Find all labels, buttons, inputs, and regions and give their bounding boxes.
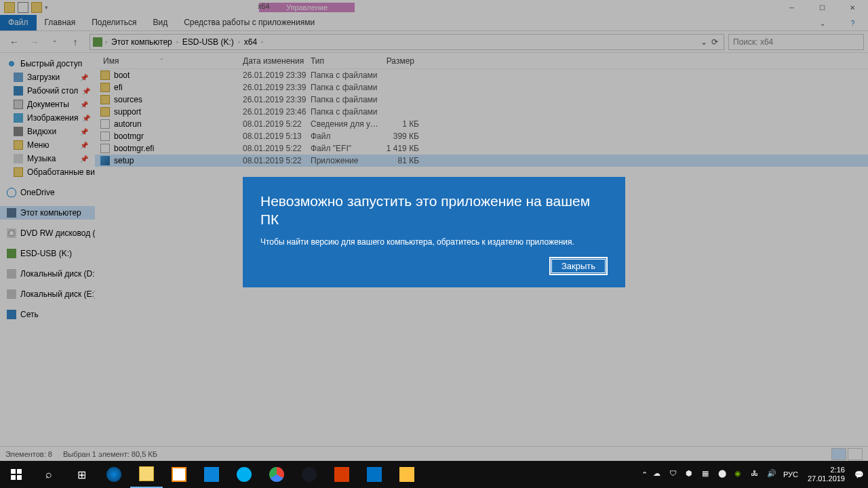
sidebar-onedrive[interactable]: OneDrive: [0, 186, 95, 199]
sidebar-desktop[interactable]: Рабочий стол📌: [0, 84, 95, 98]
qat-dropdown-icon[interactable]: ▾: [45, 4, 48, 11]
taskbar-chrome[interactable]: [260, 461, 293, 488]
chevron-right-icon[interactable]: ›: [176, 39, 178, 45]
language-indicator[interactable]: РУС: [783, 470, 798, 479]
maximize-button[interactable]: ☐: [807, 0, 837, 15]
details-view-button[interactable]: [831, 448, 846, 460]
file-row[interactable]: boot26.01.2019 23:39Папка с файлами: [95, 69, 868, 81]
ribbon-tab-view[interactable]: Вид: [144, 15, 176, 30]
taskbar-movies[interactable]: [326, 461, 358, 488]
new-folder-icon[interactable]: [31, 2, 42, 13]
chevron-right-icon[interactable]: ›: [238, 39, 240, 45]
taskbar-steam[interactable]: [293, 461, 326, 488]
security-tray-icon[interactable]: 🛡: [669, 469, 680, 480]
ribbon-tab-apptools[interactable]: Средства работы с приложениями: [176, 15, 323, 30]
network-tray-icon[interactable]: 🖧: [751, 469, 762, 480]
sidebar-item-label: OneDrive: [20, 188, 55, 197]
file-row[interactable]: setup08.01.2019 5:22Приложение81 КБ: [95, 155, 868, 167]
document-icon: [14, 100, 23, 109]
sidebar-music[interactable]: Музыка📌: [0, 152, 95, 165]
nvidia-tray-icon[interactable]: ◉: [734, 469, 745, 480]
file-list[interactable]: boot26.01.2019 23:39Папка с файламиefi26…: [95, 69, 868, 167]
ribbon-tab-home[interactable]: Главная: [37, 15, 84, 30]
file-row[interactable]: sources26.01.2019 23:39Папка с файлами: [95, 94, 868, 106]
sidebar-pictures[interactable]: Изображения📌: [0, 111, 95, 125]
icons-view-button[interactable]: [848, 448, 863, 460]
file-icon: [100, 119, 110, 129]
sidebar-item-label: Обработанные ви: [27, 167, 95, 177]
file-type: Сведения для уст...: [311, 119, 378, 129]
sidebar-disk-e[interactable]: Локальный диск (E:): [0, 287, 95, 301]
taskbar-edge[interactable]: [98, 461, 130, 488]
col-header-type[interactable]: Тип: [311, 56, 378, 66]
close-button[interactable]: ✕: [837, 0, 868, 15]
sidebar-downloads[interactable]: Загрузки📌: [0, 70, 95, 84]
taskbar-clock[interactable]: 2:16 27.01.2019: [804, 466, 849, 483]
pc-icon: [7, 208, 16, 218]
minimize-button[interactable]: ─: [776, 0, 807, 15]
taskbar-photos[interactable]: [195, 461, 228, 488]
taskbar-store[interactable]: [163, 461, 195, 488]
tray-icon[interactable]: ⬢: [686, 469, 696, 480]
sidebar-processed[interactable]: Обработанные ви📌: [0, 165, 95, 179]
breadcrumb-seg-folder[interactable]: x64: [243, 37, 258, 47]
taskbar-search[interactable]: ⌕: [33, 461, 65, 488]
sidebar-network[interactable]: Сеть: [0, 308, 95, 321]
search-placeholder: Поиск: x64: [733, 37, 773, 47]
taskbar-taskview[interactable]: ⊞: [65, 461, 98, 488]
file-row[interactable]: bootmgr.efi08.01.2019 5:22Файл "EFI"1 41…: [95, 142, 868, 155]
col-header-name[interactable]: Имя⌃: [100, 56, 243, 66]
taskbar-explorer[interactable]: [130, 461, 163, 488]
dialog-close-button[interactable]: Закрыть: [549, 257, 608, 275]
up-button[interactable]: ↑: [69, 37, 81, 47]
taskbar-mail[interactable]: [358, 461, 391, 488]
search-input[interactable]: Поиск: x64: [728, 34, 864, 50]
folder-icon[interactable]: [4, 2, 15, 13]
sidebar-usb[interactable]: ESD-USB (K:): [0, 247, 95, 260]
col-label: Имя: [103, 56, 119, 66]
taskbar-app[interactable]: [391, 461, 423, 488]
volume-tray-icon[interactable]: 🔊: [767, 469, 778, 480]
sidebar-dvd[interactable]: DVD RW дисковод (J: [0, 226, 95, 240]
breadcrumb-seg-drive[interactable]: ESD-USB (K:): [181, 37, 235, 47]
sidebar-videos[interactable]: Видюхи📌: [0, 125, 95, 138]
usb-icon: [7, 249, 16, 258]
properties-icon[interactable]: [18, 2, 28, 13]
file-size: 81 КБ: [378, 156, 419, 165]
ribbon-expand-icon[interactable]: ⌄: [807, 15, 837, 31]
view-switcher: [831, 448, 863, 460]
tray-overflow-icon[interactable]: ⌃: [642, 470, 648, 479]
taskbar-skype[interactable]: [228, 461, 260, 488]
file-row[interactable]: autorun08.01.2019 5:22Сведения для уст..…: [95, 118, 868, 130]
file-name: boot: [114, 70, 130, 80]
col-header-size[interactable]: Размер: [378, 56, 419, 66]
file-row[interactable]: support26.01.2019 23:46Папка с файлами: [95, 106, 868, 118]
file-row[interactable]: bootmgr08.01.2019 5:13Файл399 КБ: [95, 130, 868, 142]
tray-icon[interactable]: ⬤: [718, 469, 729, 480]
tray-icon[interactable]: ▦: [702, 469, 713, 480]
ribbon-tab-file[interactable]: Файл: [0, 15, 37, 30]
start-button[interactable]: [0, 461, 33, 488]
chevron-right-icon[interactable]: ›: [105, 39, 107, 45]
recent-dropdown-icon[interactable]: ⌄: [49, 37, 61, 47]
folder-icon: [14, 140, 23, 150]
breadcrumb[interactable]: › Этот компьютер › ESD-USB (K:) › x64 › …: [90, 34, 724, 50]
file-row[interactable]: efi26.01.2019 23:39Папка с файлами: [95, 81, 868, 94]
onedrive-tray-icon[interactable]: ☁: [653, 469, 664, 480]
notifications-icon[interactable]: 💬: [854, 470, 864, 479]
sidebar-menu[interactable]: Меню📌: [0, 138, 95, 152]
chevron-right-icon[interactable]: ›: [261, 39, 263, 45]
addr-dropdown-icon[interactable]: ⌄: [701, 37, 707, 47]
col-header-date[interactable]: Дата изменения: [243, 56, 311, 66]
help-icon[interactable]: ?: [837, 15, 868, 31]
refresh-icon[interactable]: ⟳: [711, 37, 718, 47]
context-tab-label[interactable]: Управление: [259, 3, 355, 12]
sidebar-documents[interactable]: Документы📌: [0, 98, 95, 111]
sidebar-this-pc[interactable]: Этот компьютер: [0, 206, 95, 220]
forward-button[interactable]: →: [28, 37, 41, 47]
breadcrumb-seg-pc[interactable]: Этот компьютер: [110, 37, 174, 47]
sidebar-disk-d[interactable]: Локальный диск (D:): [0, 267, 95, 281]
back-button[interactable]: ←: [8, 37, 20, 47]
sidebar-quick-access[interactable]: Быстрый доступ: [0, 57, 95, 70]
ribbon-tab-share[interactable]: Поделиться: [83, 15, 144, 30]
